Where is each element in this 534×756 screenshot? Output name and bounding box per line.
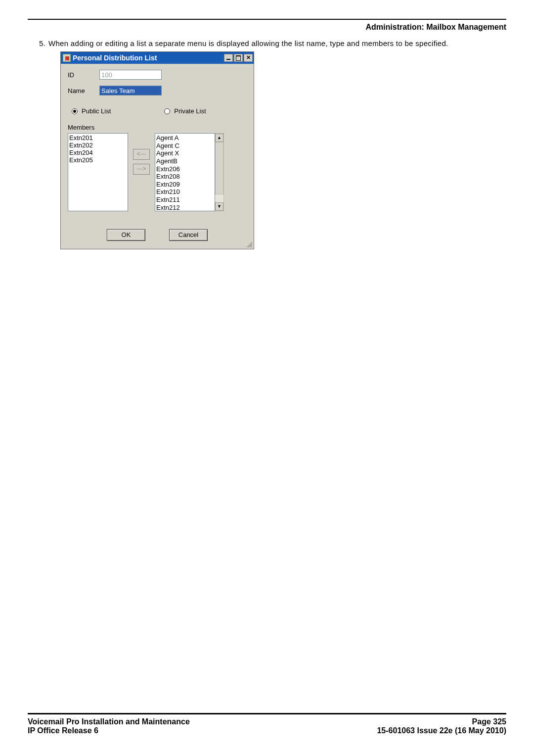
footer-release: IP Office Release 6 bbox=[28, 726, 98, 735]
id-field bbox=[99, 70, 162, 80]
list-item[interactable]: Extn212 bbox=[156, 204, 214, 212]
list-item[interactable]: Extn210 bbox=[156, 188, 214, 196]
list-item[interactable]: Agent X bbox=[156, 149, 214, 157]
close-button[interactable]: ✕ bbox=[244, 54, 253, 62]
list-item[interactable]: Extn208 bbox=[156, 173, 214, 181]
footer-divider bbox=[28, 713, 506, 714]
private-list-radio[interactable]: Private List bbox=[164, 107, 206, 115]
header-divider bbox=[28, 19, 506, 20]
step-text: When adding or editing a list a separate… bbox=[48, 39, 506, 48]
available-members-list[interactable]: Agent A Agent C Agent X AgentB Extn206 E… bbox=[155, 133, 215, 211]
list-item[interactable]: Agent C bbox=[156, 142, 214, 150]
step-number: 5. bbox=[28, 39, 48, 48]
move-right-button[interactable]: ---> bbox=[133, 164, 150, 175]
scroll-thumb[interactable] bbox=[215, 142, 223, 194]
members-lists: Extn201 Extn202 Extn204 Extn205 <--- ---… bbox=[68, 133, 247, 211]
id-label: ID bbox=[68, 71, 99, 79]
footer-page: Page 325 bbox=[472, 717, 506, 726]
personal-distribution-list-dialog: Personal Distribution List ✕ ID Name Pub… bbox=[60, 51, 254, 249]
name-label: Name bbox=[68, 87, 99, 94]
public-list-label: Public List bbox=[82, 107, 111, 115]
radio-icon bbox=[72, 108, 78, 114]
name-field[interactable] bbox=[99, 86, 162, 95]
selected-members-list[interactable]: Extn201 Extn202 Extn204 Extn205 bbox=[68, 133, 128, 211]
scroll-down-button[interactable]: ▼ bbox=[215, 202, 223, 211]
private-list-label: Private List bbox=[174, 107, 206, 115]
radio-icon bbox=[164, 108, 170, 114]
ok-button[interactable]: OK bbox=[107, 229, 145, 241]
list-item[interactable]: Extn202 bbox=[69, 142, 127, 149]
list-type-radios: Public List Private List bbox=[72, 107, 247, 115]
footer-issue: 15-601063 Issue 22e (16 May 2010) bbox=[377, 726, 506, 735]
maximize-button[interactable] bbox=[234, 54, 243, 62]
header-section: Administration: Mailbox Management bbox=[366, 23, 506, 32]
minimize-button[interactable] bbox=[224, 54, 233, 62]
footer-title: Voicemail Pro Installation and Maintenan… bbox=[28, 717, 190, 726]
list-item[interactable]: Extn205 bbox=[69, 156, 127, 164]
move-left-button[interactable]: <--- bbox=[133, 149, 150, 160]
public-list-radio[interactable]: Public List bbox=[72, 107, 111, 115]
scrollbar[interactable]: ▲ ▼ bbox=[215, 133, 224, 211]
dialog-title: Personal Distribution List bbox=[73, 54, 224, 62]
resize-grip-icon[interactable] bbox=[246, 241, 253, 248]
list-item[interactable]: Extn209 bbox=[156, 181, 214, 189]
scroll-track[interactable] bbox=[215, 142, 223, 202]
list-item[interactable]: Agent A bbox=[156, 134, 214, 142]
list-item[interactable]: Extn211 bbox=[156, 196, 214, 204]
scroll-up-button[interactable]: ▲ bbox=[215, 134, 223, 142]
step-row: 5. When adding or editing a list a separ… bbox=[28, 39, 506, 48]
members-label: Members bbox=[68, 124, 247, 131]
cancel-button[interactable]: Cancel bbox=[169, 229, 208, 241]
list-item[interactable]: Extn206 bbox=[156, 165, 214, 173]
app-icon bbox=[63, 54, 71, 62]
list-item[interactable]: Extn204 bbox=[69, 149, 127, 156]
list-item[interactable]: Extn201 bbox=[69, 134, 127, 142]
list-item[interactable]: AgentB bbox=[156, 157, 214, 165]
titlebar[interactable]: Personal Distribution List ✕ bbox=[61, 52, 254, 64]
